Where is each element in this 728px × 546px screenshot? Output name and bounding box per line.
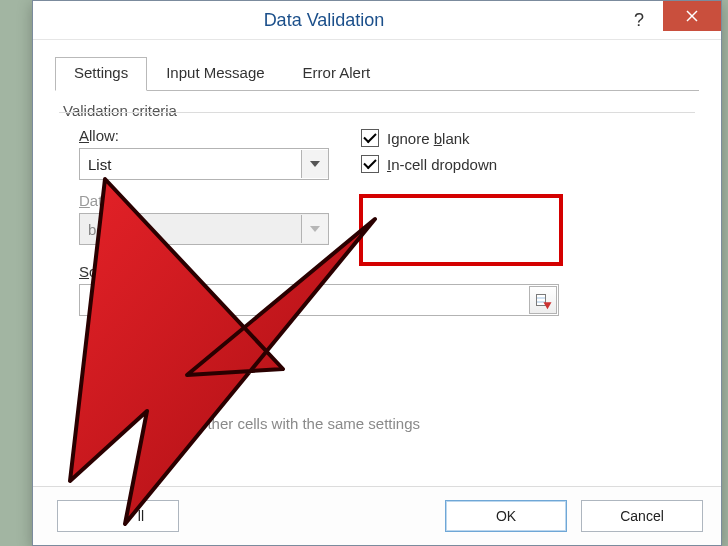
data-label: Data: — [79, 192, 339, 209]
ignore-blank-label: Ignore blank — [387, 130, 470, 147]
data-value: between — [80, 221, 301, 238]
ignore-blank-row[interactable]: Ignore blank — [361, 129, 497, 147]
allow-label: Allow: — [79, 127, 339, 144]
data-dropdown-button — [301, 215, 328, 243]
allow-dropdown-button[interactable] — [301, 150, 328, 178]
allow-dropdown[interactable]: List — [79, 148, 329, 180]
data-validation-dialog: Data Validation ? Settings Input Message… — [32, 0, 722, 546]
apply-label: to all other cells with the same setting… — [163, 415, 420, 432]
close-icon — [685, 9, 699, 23]
tab-row: Settings Input Message Error Alert — [55, 56, 699, 91]
cancel-button[interactable]: Cancel — [581, 500, 703, 532]
settings-panel: Validation criteria Allow: List Data: be… — [55, 90, 699, 478]
apply-same-settings-row: Apply th to all other cells with the sam… — [83, 414, 420, 432]
chevron-down-icon — [310, 161, 320, 167]
tab-error-alert[interactable]: Error Alert — [284, 57, 390, 91]
incell-dropdown-checkbox[interactable] — [361, 155, 379, 173]
chevron-down-icon — [310, 226, 320, 232]
help-button[interactable]: ? — [615, 5, 663, 35]
close-button[interactable] — [663, 1, 721, 31]
data-dropdown: between — [79, 213, 329, 245]
dialog-title: Data Validation — [33, 10, 615, 31]
ignore-blank-checkbox[interactable] — [361, 129, 379, 147]
ok-button[interactable]: OK — [445, 500, 567, 532]
allow-value: List — [80, 156, 301, 173]
tab-settings[interactable]: Settings — [55, 57, 147, 91]
source-input[interactable] — [79, 284, 559, 316]
tab-input-message[interactable]: Input Message — [147, 57, 283, 91]
apply-checkbox — [83, 414, 101, 432]
dialog-footer: Clear All OK Cancel — [33, 486, 721, 545]
incell-dropdown-label: In-cell dropdown — [387, 156, 497, 173]
incell-dropdown-row[interactable]: In-cell dropdown — [361, 155, 497, 173]
clear-all-button[interactable]: Clear All — [57, 500, 179, 532]
source-label: Source: — [79, 263, 695, 280]
range-picker-icon — [536, 294, 550, 306]
range-picker-button[interactable] — [529, 286, 557, 314]
titlebar: Data Validation ? — [33, 1, 721, 40]
